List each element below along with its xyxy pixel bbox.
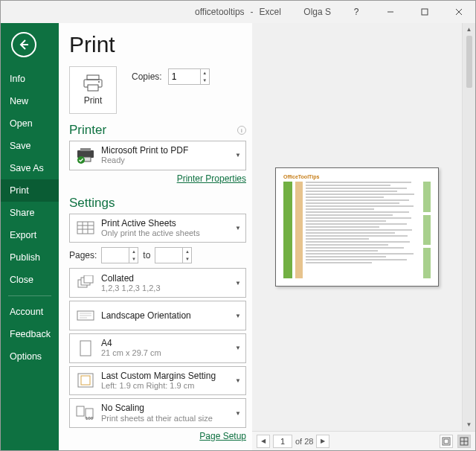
- sheets-icon: [74, 221, 97, 236]
- sidebar-item-close[interactable]: Close: [1, 269, 59, 291]
- landscape-icon: [74, 309, 97, 322]
- copies-up[interactable]: ▲: [201, 69, 209, 77]
- window-title: officetooltips Excel: [195, 7, 281, 17]
- sidebar-item-share[interactable]: Share: [1, 202, 59, 224]
- sidebar-item-options[interactable]: Options: [1, 345, 59, 368]
- info-icon[interactable]: i: [237, 126, 246, 135]
- next-page-button[interactable]: ▶: [316, 435, 329, 448]
- chevron-down-icon: ▼: [235, 280, 241, 287]
- svg-rect-24: [80, 341, 91, 356]
- svg-rect-12: [77, 222, 94, 234]
- scroll-up-icon[interactable]: ▲: [466, 25, 472, 34]
- preview-page-number[interactable]: 1: [273, 435, 292, 448]
- preview-footer: ◀ 1 of 28 ▶: [252, 431, 475, 450]
- sidebar-item-new[interactable]: New: [1, 90, 59, 112]
- pages-to-label: to: [143, 250, 150, 260]
- show-margins-button[interactable]: [440, 435, 453, 448]
- pages-to-spinner[interactable]: ▲▼: [155, 247, 192, 263]
- sidebar-item-publish[interactable]: Publish: [1, 246, 59, 269]
- copies-input[interactable]: [169, 69, 200, 84]
- preview-page: OfficeToolTips: [275, 167, 439, 287]
- chevron-down-icon: ▼: [235, 225, 241, 231]
- settings-section-label: Settings: [69, 196, 246, 211]
- backstage-sidebar: Info New Open Save Save As Print Share E…: [1, 23, 59, 450]
- preview-doc-title: OfficeToolTips: [283, 174, 431, 179]
- copies-label: Copies:: [132, 71, 162, 82]
- svg-rect-19: [84, 275, 93, 283]
- pages-label: Pages:: [69, 250, 97, 260]
- scroll-down-icon[interactable]: ▼: [466, 420, 472, 429]
- doc-name: officetooltips: [195, 7, 245, 17]
- chevron-down-icon: ▼: [235, 345, 241, 351]
- page-setup-link[interactable]: Page Setup: [199, 431, 246, 441]
- sidebar-item-info[interactable]: Info: [1, 68, 59, 90]
- maximize-button[interactable]: [408, 1, 441, 23]
- print-button[interactable]: Print: [69, 66, 117, 114]
- svg-rect-6: [88, 85, 98, 91]
- svg-text:100: 100: [86, 416, 94, 420]
- sidebar-item-saveas[interactable]: Save As: [1, 157, 59, 179]
- svg-point-7: [98, 81, 100, 83]
- printer-properties-link[interactable]: Printer Properties: [177, 173, 246, 184]
- sidebar-item-open[interactable]: Open: [1, 112, 59, 135]
- printer-status: Ready: [101, 156, 232, 165]
- chevron-down-icon: ▼: [235, 152, 241, 159]
- chevron-down-icon: ▼: [235, 410, 241, 417]
- svg-rect-4: [87, 75, 99, 80]
- sidebar-item-save[interactable]: Save: [1, 135, 59, 157]
- prev-page-button[interactable]: ◀: [257, 435, 270, 448]
- orientation-select[interactable]: Landscape Orientation ▼: [69, 301, 246, 330]
- paper-select[interactable]: A4 21 cm x 29.7 cm ▼: [69, 333, 246, 363]
- svg-rect-9: [80, 148, 91, 151]
- preview-scrollbar[interactable]: ▲ ▼: [462, 23, 475, 431]
- chevron-down-icon: ▼: [235, 377, 241, 384]
- svg-rect-1: [422, 9, 428, 15]
- printer-device-icon: [74, 147, 97, 164]
- printer-section-label: Printer i: [69, 123, 246, 138]
- print-preview: OfficeToolTips: [252, 23, 475, 450]
- margins-icon: [74, 373, 97, 388]
- svg-rect-27: [77, 406, 84, 416]
- help-button[interactable]: ?: [340, 1, 373, 23]
- copies-spinner[interactable]: ▲ ▼: [168, 68, 210, 85]
- margins-select[interactable]: Last Custom Margins Setting Left: 1.9 cm…: [69, 366, 246, 396]
- printer-select[interactable]: Microsoft Print to PDF Ready ▼: [69, 141, 246, 170]
- app-name: Excel: [260, 7, 281, 17]
- scroll-thumb[interactable]: [466, 36, 472, 88]
- sidebar-item-account[interactable]: Account: [1, 301, 59, 323]
- close-button[interactable]: [443, 1, 475, 23]
- arrow-left-icon: [18, 39, 30, 51]
- pages-row: Pages: ▲▼ to ▲▼: [69, 247, 246, 263]
- sidebar-item-feedback[interactable]: Feedback: [1, 323, 59, 345]
- svg-rect-26: [81, 376, 90, 385]
- username: Olga S: [300, 7, 338, 17]
- printer-icon: [83, 74, 103, 92]
- copies-down[interactable]: ▼: [201, 77, 209, 84]
- sidebar-item-print[interactable]: Print: [1, 179, 59, 202]
- page-title: Print: [69, 32, 246, 57]
- titlebar: officetooltips Excel Olga S ?: [1, 1, 475, 23]
- zoom-to-page-button[interactable]: [457, 435, 471, 448]
- scaling-icon: 100: [74, 406, 97, 420]
- minimize-button[interactable]: [374, 1, 407, 23]
- collate-icon: [74, 275, 97, 290]
- collate-select[interactable]: Collated 1,2,3 1,2,3 1,2,3 ▼: [69, 268, 246, 298]
- svg-rect-31: [444, 439, 448, 444]
- scaling-select[interactable]: 100 No Scaling Print sheets at their act…: [69, 398, 246, 428]
- print-controls: Print Print Copies:: [59, 23, 252, 450]
- sidebar-item-export[interactable]: Export: [1, 224, 59, 246]
- back-button[interactable]: [11, 32, 36, 57]
- pages-from-input[interactable]: [102, 248, 129, 263]
- paper-icon: [74, 340, 97, 356]
- print-what-select[interactable]: Print Active Sheets Only print the activ…: [69, 214, 246, 243]
- preview-page-total: of 28: [295, 437, 313, 446]
- pages-to-input[interactable]: [155, 248, 182, 263]
- printer-name: Microsoft Print to PDF: [101, 145, 232, 156]
- pages-from-spinner[interactable]: ▲▼: [101, 247, 138, 263]
- chevron-down-icon: ▼: [235, 313, 241, 319]
- window: officetooltips Excel Olga S ? Info New: [0, 0, 476, 451]
